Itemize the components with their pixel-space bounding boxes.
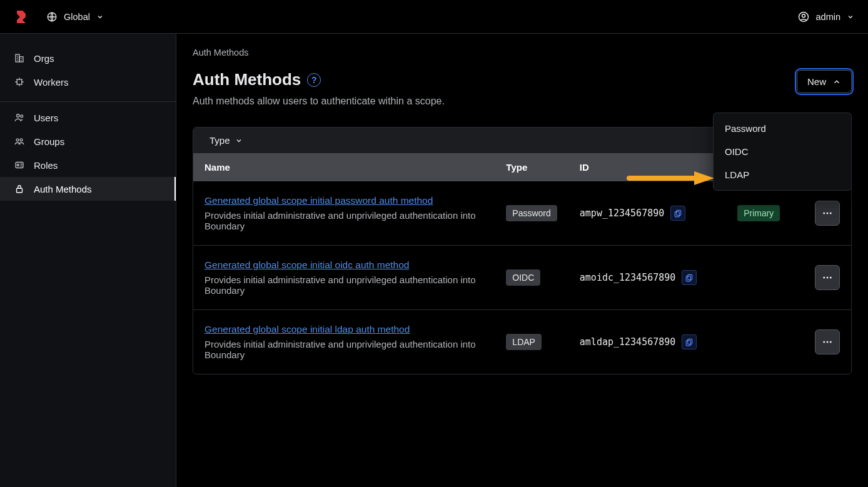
auth-method-description: Provides initial administrative and unpr… [204,339,483,360]
svg-rect-4 [19,57,23,62]
new-button[interactable]: New [797,70,852,93]
help-icon[interactable]: ? [307,73,321,87]
globe-icon [46,11,58,23]
sidebar-item-label: Groups [34,136,64,147]
svg-point-11 [17,164,19,166]
lock-icon [14,183,25,194]
auth-method-id: amoidc_1234567890 [580,272,676,283]
dropdown-item-ldap[interactable]: LDAP [714,163,851,186]
col-type: Type [495,153,568,181]
copy-id-button[interactable] [682,270,697,285]
clipboard-icon [685,338,694,346]
type-chip: OIDC [506,269,540,286]
sidebar-item-roles[interactable]: Roles [0,153,176,177]
svg-point-20 [823,277,825,279]
svg-point-25 [823,341,825,343]
sidebar-item-label: Roles [34,160,58,171]
type-filter-label: Type [209,135,230,146]
row-actions-button[interactable] [815,329,840,354]
chevron-down-icon [235,137,243,144]
page-description: Auth methods allow users to authenticate… [193,96,445,107]
scope-label: Global [64,12,90,22]
svg-point-2 [802,14,805,17]
type-chip: LDAP [506,334,542,350]
svg-point-27 [830,341,832,343]
more-horizontal-icon [822,208,833,219]
svg-rect-12 [17,188,23,193]
sidebar-item-label: Orgs [34,53,54,64]
chevron-down-icon [847,13,854,21]
chevron-down-icon [96,13,104,21]
sidebar: Orgs Workers Users Groups Role [0,34,176,487]
more-horizontal-icon [822,272,833,283]
copy-id-button[interactable] [682,334,697,349]
col-id: ID [568,153,726,181]
new-button-label: New [807,76,826,87]
sidebar-item-workers[interactable]: Workers [0,70,176,94]
svg-rect-14 [675,212,680,217]
row-actions-button[interactable] [815,201,840,226]
auth-method-id: amldap_1234567890 [580,336,676,348]
more-horizontal-icon [822,336,833,348]
dropdown-item-oidc[interactable]: OIDC [714,140,851,163]
svg-point-9 [20,139,23,141]
clipboard-icon [685,273,694,282]
sidebar-item-groups[interactable]: Groups [0,129,176,153]
auth-method-link[interactable]: Generated global scope initial ldap auth… [204,324,410,334]
sidebar-item-label: Auth Methods [34,184,92,194]
sidebar-item-label: Users [34,113,58,123]
primary-badge: Primary [737,205,780,221]
svg-rect-5 [17,79,22,84]
svg-rect-19 [687,276,691,281]
table-row: Generated global scope initial oidc auth… [193,246,851,310]
svg-rect-13 [677,210,681,215]
top-bar: Global admin [0,0,868,34]
svg-point-16 [827,213,829,214]
scope-picker[interactable]: Global [46,11,104,23]
svg-point-17 [830,213,832,214]
sidebar-item-label: Workers [34,77,69,88]
row-actions-button[interactable] [815,265,840,290]
table-row: Generated global scope initial ldap auth… [193,310,851,374]
users-icon [14,112,25,123]
cpu-icon [14,76,25,88]
table-row: Generated global scope initial password … [193,181,851,246]
sidebar-item-users[interactable]: Users [0,106,176,129]
page-title: Auth Methods [193,70,301,89]
svg-rect-24 [687,341,691,346]
building-icon [14,53,25,64]
group-icon [14,136,25,147]
id-icon [14,159,25,171]
chevron-up-icon [832,78,841,86]
auth-method-description: Provides initial administrative and unpr… [204,274,483,296]
copy-id-button[interactable] [670,206,685,221]
user-menu[interactable]: admin [797,11,855,23]
new-dropdown: Password OIDC LDAP [713,113,852,191]
dropdown-item-password[interactable]: Password [714,117,851,140]
auth-method-link[interactable]: Generated global scope initial password … [204,195,433,206]
svg-point-22 [830,277,832,279]
auth-method-link[interactable]: Generated global scope initial oidc auth… [204,259,409,270]
svg-point-7 [21,115,23,118]
breadcrumb: Auth Methods [193,48,852,58]
svg-point-6 [17,114,20,118]
user-label: admin [816,12,841,22]
user-circle-icon [797,11,810,23]
type-filter[interactable]: Type [209,135,243,146]
clipboard-icon [674,209,682,218]
main-content: Auth Methods Auth Methods ? Auth methods… [176,34,868,487]
sidebar-item-auth-methods[interactable]: Auth Methods [0,177,176,201]
auth-method-id: ampw_1234567890 [580,208,664,219]
svg-point-26 [827,341,829,343]
sidebar-item-orgs[interactable]: Orgs [0,46,176,70]
type-chip: Password [506,205,557,221]
svg-point-8 [16,139,19,141]
col-name: Name [193,153,495,181]
svg-point-15 [823,213,825,214]
app-logo-icon [14,9,29,24]
svg-rect-18 [688,274,692,279]
svg-rect-23 [688,339,692,344]
svg-point-21 [827,277,829,279]
auth-method-description: Provides initial administrative and unpr… [204,210,483,231]
